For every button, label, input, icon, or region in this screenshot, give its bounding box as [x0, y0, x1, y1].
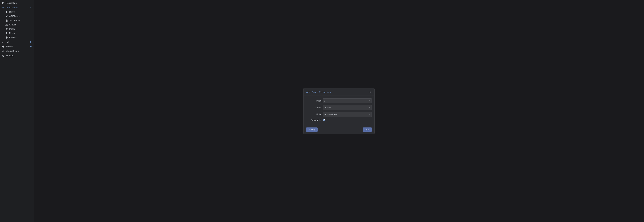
ha-icon: [2, 41, 4, 43]
sidebar-item-groups[interactable]: Groups: [0, 22, 34, 27]
sidebar-item-users-label: Users: [9, 11, 15, 13]
pools-icon: [6, 28, 8, 30]
help-button-label: Help: [311, 128, 316, 131]
help-icon: ?: [308, 128, 310, 131]
token-icon: [6, 15, 8, 18]
help-button[interactable]: ? Help: [306, 128, 318, 132]
path-row: Path: / /nodes /vms /storage ▼: [306, 98, 372, 103]
sidebar-item-metric-server[interactable]: Metric Server: [0, 49, 34, 53]
sidebar-item-metric-server-label: Metric Server: [6, 50, 19, 52]
group-select[interactable]: Admin admins users: [323, 105, 372, 110]
sidebar-item-pools[interactable]: Pools: [0, 27, 34, 31]
sidebar-item-groups-label: Groups: [9, 24, 16, 26]
metric-icon: [2, 50, 4, 52]
group-row: Group: Admin admins users ▼: [306, 105, 372, 110]
twofactor-icon: [6, 19, 8, 22]
sidebar-item-roles-label: Roles: [9, 32, 15, 34]
propagate-checkbox-wrapper: [323, 119, 325, 121]
firewall-icon: [2, 45, 4, 48]
add-group-permission-modal: Add: Group Permission × Path: / /nodes /…: [303, 88, 374, 134]
support-icon: [2, 54, 4, 57]
sidebar-item-roles[interactable]: Roles: [0, 31, 34, 35]
permissions-arrow-icon: ▼: [30, 6, 32, 8]
modal-title: Add: Group Permission: [306, 91, 331, 94]
group-label: Group:: [306, 106, 322, 109]
sidebar-item-realms-label: Realms: [9, 36, 17, 39]
sidebar-item-replication-label: Replication: [6, 2, 17, 4]
replication-icon: [2, 2, 4, 4]
group-select-wrapper: Admin admins users ▼: [323, 105, 372, 110]
modal-body: Path: / /nodes /vms /storage ▼ Group:: [304, 96, 374, 126]
role-label: Role:: [306, 113, 322, 116]
propagate-row: Propagate:: [306, 119, 372, 121]
sidebar-item-firewall[interactable]: Firewall ▶: [0, 44, 34, 49]
path-select[interactable]: / /nodes /vms /storage: [323, 98, 372, 103]
sidebar-item-two-factor[interactable]: Two Factor: [0, 18, 34, 22]
path-select-wrapper: / /nodes /vms /storage ▼: [323, 98, 372, 103]
sidebar-item-permissions-label: Permissions: [6, 6, 18, 9]
realms-icon: [6, 36, 8, 39]
role-select-wrapper: Administrator PVEAdmin PVEAuditor NoAcce…: [323, 112, 372, 117]
ha-arrow-icon: ▶: [30, 41, 32, 43]
sidebar: Replication Permissions ▼ Users API Toke…: [0, 0, 34, 222]
modal-close-button[interactable]: ×: [369, 90, 372, 94]
modal-overlay: Add: Group Permission × Path: / /nodes /…: [34, 0, 644, 222]
sidebar-item-ha[interactable]: HA ▶: [0, 40, 34, 44]
sidebar-item-support-label: Support: [6, 54, 14, 57]
firewall-arrow-icon: ▶: [30, 46, 32, 47]
sidebar-item-replication[interactable]: Replication: [0, 1, 34, 5]
role-select[interactable]: Administrator PVEAdmin PVEAuditor NoAcce…: [323, 112, 372, 117]
sidebar-item-users[interactable]: Users: [0, 10, 34, 14]
path-label: Path:: [306, 100, 322, 102]
propagate-label: Propagate:: [306, 119, 322, 121]
modal-footer: ? Help Add: [304, 126, 374, 134]
modal-header: Add: Group Permission ×: [304, 88, 374, 96]
propagate-checkbox[interactable]: [323, 119, 325, 121]
sidebar-item-permissions[interactable]: Permissions ▼: [0, 5, 34, 10]
sidebar-item-ha-label: HA: [6, 40, 9, 43]
role-row: Role: Administrator PVEAdmin PVEAuditor …: [306, 112, 372, 117]
main-content: Add: Group Permission × Path: / /nodes /…: [34, 0, 644, 222]
sidebar-item-pools-label: Pools: [9, 28, 15, 30]
sidebar-item-api-tokens[interactable]: API Tokens: [0, 14, 34, 18]
add-button[interactable]: Add: [363, 128, 372, 132]
user-icon: [6, 11, 8, 13]
sidebar-item-support[interactable]: Support: [0, 53, 34, 58]
sidebar-item-two-factor-label: Two Factor: [9, 19, 20, 22]
permissions-icon: [2, 6, 4, 9]
roles-icon: [6, 32, 8, 34]
groups-icon: [6, 24, 8, 26]
add-button-label: Add: [366, 128, 369, 131]
sidebar-item-firewall-label: Firewall: [6, 45, 14, 48]
sidebar-item-realms[interactable]: Realms: [0, 35, 34, 40]
sidebar-item-api-tokens-label: API Tokens: [9, 15, 20, 18]
